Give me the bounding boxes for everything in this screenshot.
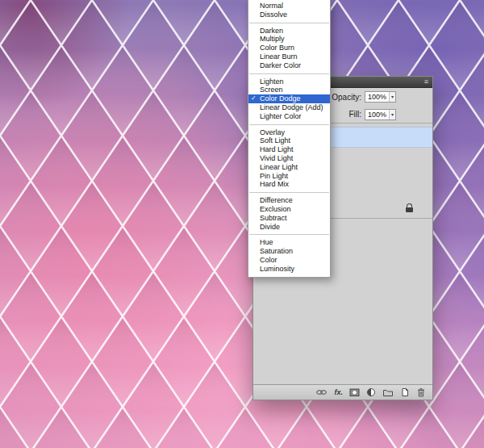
delete-layer-trash-icon[interactable] [416,387,426,398]
menu-item-color-dodge[interactable]: ✓ Color Dodge [248,94,330,103]
menu-item-overlay[interactable]: Overlay [248,128,330,137]
new-group-folder-icon[interactable] [382,387,394,398]
menu-item-soft-light[interactable]: Soft Light [248,136,330,145]
menu-separator [249,234,329,235]
menu-item-pin-light[interactable]: Pin Light [248,172,330,181]
opacity-input[interactable]: 100% ▾ [365,91,396,103]
menu-item-vivid-light[interactable]: Vivid Light [248,154,330,163]
menu-item-luminosity[interactable]: Luminosity [248,265,330,274]
menu-item-lighter-color[interactable]: Lighter Color [248,112,330,121]
blend-mode-menu: Normal Dissolve Darken Multiply Color Bu… [248,0,331,278]
menu-item-difference[interactable]: Difference [248,196,330,205]
menu-separator [249,192,329,193]
adjustment-layer-icon[interactable] [366,387,376,398]
menu-item-hard-light[interactable]: Hard Light [248,145,330,154]
lock-body [406,207,413,212]
menu-item-darker-color[interactable]: Darker Color [248,61,330,70]
check-icon: ✓ [251,94,257,103]
menu-item-linear-light[interactable]: Linear Light [248,163,330,172]
menu-item-linear-dodge[interactable]: Linear Dodge (Add) [248,103,330,112]
menu-item-linear-burn[interactable]: Linear Burn [248,52,330,61]
menu-item-multiply[interactable]: Multiply [248,35,330,44]
menu-item-hard-mix[interactable]: Hard Mix [248,180,330,189]
menu-item-color[interactable]: Color [248,256,330,265]
fill-value: 100% [365,110,389,119]
new-layer-icon[interactable] [400,387,410,398]
fill-input[interactable]: 100% ▾ [365,109,396,120]
add-layer-mask-icon[interactable] [349,387,360,398]
layer-effects-icon[interactable]: fx. [334,387,343,398]
menu-item-divide[interactable]: Divide [248,223,330,232]
menu-item-color-burn[interactable]: Color Burn [248,44,330,52]
panel-menu-icon[interactable]: ≡ [424,78,428,86]
menu-item-saturation[interactable]: Saturation [248,247,330,256]
menu-item-darken[interactable]: Darken [248,27,330,36]
menu-item-lighten[interactable]: Lighten [248,77,330,86]
menu-item-screen[interactable]: Screen [248,86,330,94]
menu-item-normal[interactable]: Normal [248,2,330,10]
menu-item-label: Color Dodge [260,94,301,103]
menu-separator [249,73,329,74]
opacity-label: Opacity: [332,93,361,102]
lock-icon [406,203,413,212]
link-layers-icon[interactable] [315,387,328,398]
menu-separator [249,124,329,125]
menu-item-exclusion[interactable]: Exclusion [248,205,330,214]
menu-separator [249,23,329,23]
menu-item-subtract[interactable]: Subtract [248,214,330,223]
photoshop-workspace: ≡ Opacity: 100% ▾ Fill: 100% ▾ [0,0,484,448]
fill-label: Fill: [348,110,361,119]
layers-panel-footer: fx. [253,384,432,400]
opacity-dropdown-arrow[interactable]: ▾ [389,92,395,102]
opacity-value: 100% [365,92,389,102]
menu-item-hue[interactable]: Hue [248,238,330,247]
fill-dropdown-arrow[interactable]: ▾ [389,110,395,119]
menu-item-dissolve[interactable]: Dissolve [248,10,330,19]
